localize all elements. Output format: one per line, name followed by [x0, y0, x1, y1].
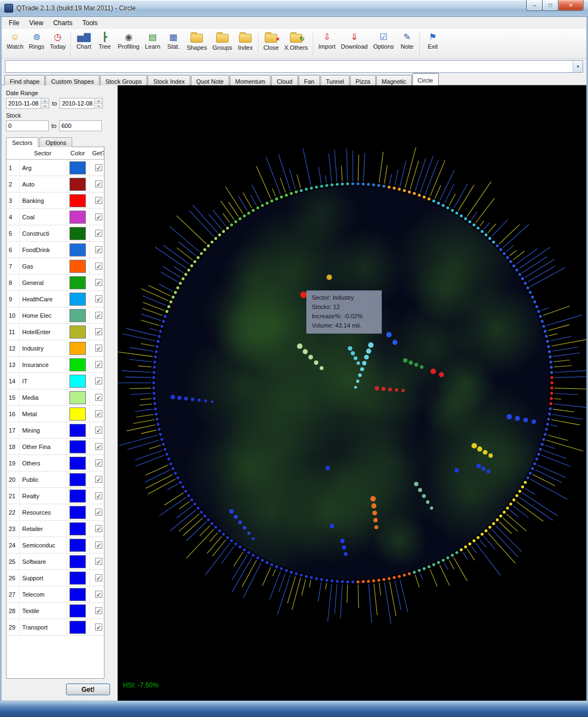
toolbar-groups-button[interactable]: Groups	[209, 31, 235, 51]
stock-from-input[interactable]	[6, 120, 49, 131]
sector-color-swatch[interactable]	[69, 473, 86, 486]
sector-color-swatch[interactable]	[69, 178, 86, 191]
spinner-up-icon[interactable]: ▲	[95, 98, 102, 104]
sector-color-swatch[interactable]	[69, 572, 86, 585]
sector-color-swatch[interactable]	[69, 325, 86, 339]
date-to-spinner[interactable]: ▲▼	[94, 98, 102, 108]
toolbar-note-button[interactable]: ✎Note	[397, 31, 417, 50]
tab-pizza[interactable]: Pizza	[350, 75, 376, 85]
get-button[interactable]: Get!	[66, 684, 110, 695]
tab-stock-groups[interactable]: Stock Groups	[100, 75, 148, 85]
spinner-up-icon[interactable]: ▲	[41, 98, 49, 104]
combobox-dropdown-button[interactable]: ▼	[573, 61, 583, 72]
sector-checkbox[interactable]: ✓	[95, 246, 102, 253]
titlebar[interactable]: QTrade 2.1.3 (build:19 Mar 2011) - Circl…	[0, 0, 588, 17]
date-to-input[interactable]	[60, 98, 94, 108]
date-from-input[interactable]	[7, 98, 40, 108]
tab-custom-shapes[interactable]: Custom Shapes	[45, 75, 99, 85]
sector-checkbox[interactable]: ✓	[95, 410, 102, 417]
toolbar-tree-button[interactable]: ┣Tree	[94, 31, 115, 50]
menu-item-charts[interactable]: Charts	[48, 18, 77, 28]
toolbar-stat-button[interactable]: ▦Stat.	[163, 31, 184, 50]
tab-fan[interactable]: Fan	[299, 75, 320, 85]
toolbar-x-others-button[interactable]: ↻X.Others	[282, 31, 311, 51]
minimize-button[interactable]: –	[526, 0, 543, 11]
sector-color-swatch[interactable]	[69, 407, 86, 421]
sector-checkbox[interactable]: ✓	[95, 525, 102, 532]
sector-checkbox[interactable]: ✓	[95, 591, 102, 598]
toolbar-learn-button[interactable]: ▤Learn	[142, 31, 163, 50]
sector-color-swatch[interactable]	[69, 539, 86, 552]
sector-color-swatch[interactable]	[69, 309, 86, 322]
menu-item-tools[interactable]: Tools	[77, 18, 102, 28]
sector-checkbox[interactable]: ✓	[95, 509, 102, 516]
toolbar-options-button[interactable]: ☑Options	[370, 31, 397, 50]
sector-checkbox[interactable]: ✓	[95, 295, 102, 302]
sector-checkbox[interactable]: ✓	[95, 263, 102, 270]
toolbar-shapes-button[interactable]: Shapes	[184, 31, 209, 51]
sector-checkbox[interactable]: ✓	[95, 427, 102, 434]
sector-checkbox[interactable]: ✓	[95, 459, 102, 467]
spinner-down-icon[interactable]: ▼	[95, 104, 102, 109]
sector-color-swatch[interactable]	[69, 161, 86, 174]
tab-quot-note[interactable]: Quot Note	[191, 75, 229, 85]
maximize-button[interactable]: □	[542, 0, 558, 11]
sector-color-swatch[interactable]	[69, 621, 86, 634]
tab-circle[interactable]: Circle	[412, 73, 439, 85]
sector-checkbox[interactable]: ✓	[95, 492, 102, 499]
sector-checkbox[interactable]: ✓	[95, 476, 102, 483]
sector-color-swatch[interactable]	[69, 358, 86, 371]
sector-color-swatch[interactable]	[69, 506, 86, 519]
sector-color-swatch[interactable]	[69, 293, 86, 306]
toolbar-index-button[interactable]: Index	[235, 31, 256, 51]
sector-checkbox[interactable]: ✓	[95, 230, 102, 237]
sector-checkbox[interactable]: ✓	[95, 623, 102, 631]
date-from-spinner[interactable]: ▲▼	[40, 98, 49, 108]
tab-stock-index[interactable]: Stock Index	[148, 75, 190, 85]
sector-color-swatch[interactable]	[69, 588, 86, 601]
sector-checkbox[interactable]: ✓	[95, 312, 102, 319]
sector-color-swatch[interactable]	[69, 243, 86, 257]
sector-color-swatch[interactable]	[69, 342, 86, 355]
sector-color-swatch[interactable]	[69, 489, 86, 503]
toolbar-exit-button[interactable]: ⚑Exit	[422, 31, 443, 50]
sector-checkbox[interactable]: ✓	[95, 607, 102, 614]
sector-color-swatch[interactable]	[69, 211, 86, 224]
sector-color-swatch[interactable]	[69, 457, 86, 470]
sector-color-swatch[interactable]	[69, 424, 86, 437]
combobox-input[interactable]	[5, 61, 573, 72]
sector-checkbox[interactable]: ✓	[95, 328, 102, 335]
toolbar-download-button[interactable]: ⇓Download	[338, 31, 370, 50]
sector-color-swatch[interactable]	[69, 276, 86, 289]
stock-to-input[interactable]	[59, 120, 102, 131]
sector-checkbox[interactable]: ✓	[95, 574, 102, 581]
sector-checkbox[interactable]: ✓	[95, 558, 102, 565]
toolbar-close-button[interactable]: ×Close	[261, 31, 282, 51]
sector-checkbox[interactable]: ✓	[95, 361, 102, 368]
circle-visualization-canvas[interactable]	[118, 85, 586, 701]
subtab-options[interactable]: Options	[39, 137, 72, 147]
toolbar-import-button[interactable]: ⇩Import	[316, 31, 338, 50]
menu-item-view[interactable]: View	[24, 18, 48, 28]
sector-color-swatch[interactable]	[69, 604, 86, 617]
menu-item-file[interactable]: File	[4, 18, 24, 28]
sector-color-swatch[interactable]	[69, 555, 86, 568]
sector-checkbox[interactable]: ✓	[95, 541, 102, 549]
subtab-sectors[interactable]: Sectors	[6, 137, 38, 147]
sector-color-swatch[interactable]	[69, 194, 86, 207]
tab-tunnel[interactable]: Tunnel	[321, 75, 350, 85]
sector-checkbox[interactable]: ✓	[95, 443, 102, 450]
toolbar-profiling-button[interactable]: ◉Profiling	[115, 31, 142, 50]
tab-magnetic[interactable]: Magnetic	[376, 75, 412, 85]
toolbar-watch-button[interactable]: ☺Watch	[4, 31, 26, 50]
sector-checkbox[interactable]: ✓	[95, 164, 102, 171]
close-button[interactable]: ×	[558, 0, 584, 11]
sector-color-swatch[interactable]	[69, 227, 86, 240]
toolbar-chart-button[interactable]: ▅▇Chart	[73, 31, 94, 50]
spinner-down-icon[interactable]: ▼	[41, 104, 49, 109]
sector-color-swatch[interactable]	[69, 440, 86, 453]
symbol-combobox[interactable]: ▼	[5, 60, 583, 73]
sector-checkbox[interactable]: ✓	[95, 345, 102, 352]
sector-color-swatch[interactable]	[69, 375, 86, 388]
sector-checkbox[interactable]: ✓	[95, 394, 102, 401]
